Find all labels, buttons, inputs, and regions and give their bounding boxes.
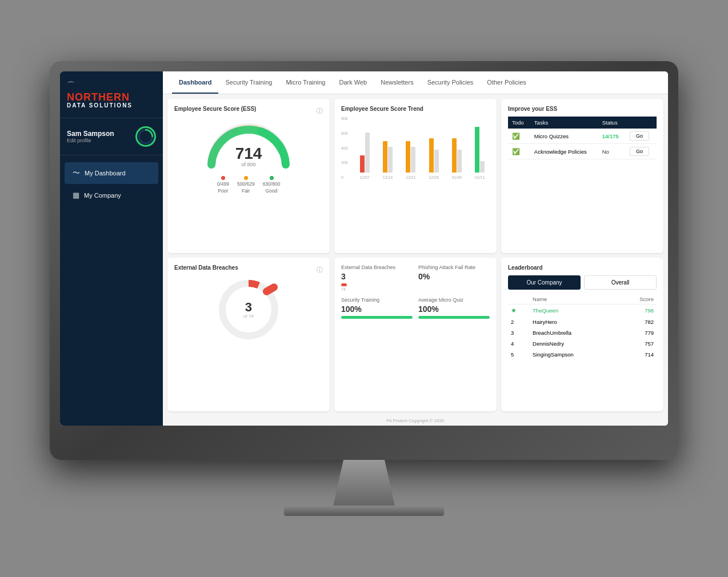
lb-tab-overall[interactable]: Overall	[584, 275, 657, 290]
tab-other-policies[interactable]: Other Policies	[480, 71, 533, 94]
bar-wrapper-0104	[452, 115, 462, 173]
player-name-3: BreachUmbrella	[530, 327, 619, 338]
status-micro-quizzes: 14/175	[598, 129, 626, 144]
legend-fair: 500/629 Fair	[237, 176, 255, 194]
improve-table: Todo Tasks Status ✅ Micro Quizzes	[508, 117, 657, 159]
legend-sub-good: Good	[266, 188, 278, 194]
table-row: 3 BreachUmbrella 779	[508, 327, 657, 338]
leaderboard-table: Name Score ★ TheQueen 798	[508, 294, 657, 360]
bar-label-1228: 12/28	[429, 175, 439, 179]
y-label-200: 200	[341, 161, 348, 165]
table-row: ✅ Micro Quizzes 14/175 Go	[508, 129, 657, 144]
trend-title: Employee Secure Score Trend	[341, 106, 490, 112]
rank-star-icon: ★	[511, 307, 517, 314]
sidebar-item-my-company[interactable]: ▦ My Company	[65, 185, 158, 205]
ess-info-icon[interactable]: ⓘ	[317, 107, 323, 115]
main-content: Dashboard Security Training Micro Traini…	[163, 71, 668, 426]
table-row: 2 HairyHero 782	[508, 316, 657, 327]
sidebar-item-my-dashboard[interactable]: 〜 My Dashboard	[65, 162, 158, 184]
tab-dark-web[interactable]: Dark Web	[332, 71, 374, 94]
tab-dashboard[interactable]: Dashboard	[172, 71, 218, 94]
footer-text: Pii Protect Copyright © 2020	[386, 418, 444, 423]
legend-label-poor: 0/499	[217, 181, 229, 187]
bar-group-1214: 12/14	[378, 115, 397, 179]
player-name-4: DennisNedry	[530, 338, 619, 349]
tab-security-training[interactable]: Security Training	[218, 71, 279, 94]
bar-orange-1221	[406, 141, 410, 173]
legend-dot-fair	[244, 176, 248, 180]
bar-group-1207: 12/07	[355, 115, 374, 179]
sidebar-item-label-dashboard: My Dashboard	[85, 170, 126, 177]
tab-security-policies[interactable]: Security Policies	[421, 71, 481, 94]
ess-score-of: of 800	[235, 162, 262, 167]
tab-micro-training[interactable]: Micro Training	[279, 71, 332, 94]
stat-value-breaches: 3	[341, 272, 413, 281]
breaches-card: External Data Breaches ⓘ 3	[167, 258, 330, 412]
stats-grid: External Data Breaches 3 74 Phishing Att…	[341, 265, 490, 319]
legend-sub-poor: Poor	[218, 188, 228, 194]
stat-label-phishing: Phishing Attack Fail Rate	[418, 265, 490, 270]
y-axis: 800 600 400 200 0	[341, 117, 348, 179]
table-row: ★ TheQueen 798	[508, 304, 657, 316]
stat-bar-training-bg	[341, 316, 413, 319]
stats-card: External Data Breaches 3 74 Phishing Att…	[334, 258, 497, 412]
logo-mountain-icon: ⌒	[67, 81, 156, 91]
bar-wrapper-1214	[383, 115, 393, 173]
sidebar-logo: ⌒ NORTHERN DATA SOLUTIONS	[60, 71, 163, 118]
bar-red-1207	[360, 155, 365, 173]
bar-wrapper-1207	[360, 115, 370, 173]
donut-center: 3 of 74	[243, 300, 254, 318]
bar-gray-1221	[411, 147, 415, 173]
bar-orange-0104	[452, 138, 457, 173]
stat-phishing: Phishing Attack Fail Rate 0%	[418, 265, 490, 291]
bar-group-1221: 12/21	[401, 115, 421, 179]
legend-dot-good	[270, 176, 274, 180]
legend-sub-fair: Fair	[242, 188, 250, 194]
player-score-3: 779	[619, 327, 657, 338]
donut-chart: 3 of 74	[214, 275, 283, 344]
user-info: Sam Sampson Edit profile	[67, 130, 130, 143]
stat-bar-breaches	[341, 283, 347, 286]
user-name: Sam Sampson	[67, 130, 130, 138]
bar-orange-1228	[429, 138, 434, 173]
sidebar-user: Sam Sampson Edit profile	[60, 118, 163, 155]
player-score-1: 798	[619, 304, 657, 316]
bar-label-0111: 01/11	[475, 175, 485, 179]
y-label-0: 0	[341, 175, 348, 179]
company-icon: ▦	[73, 191, 79, 199]
bar-group-0111: 01/11	[470, 115, 490, 179]
check-icon-2: ✅	[512, 148, 520, 155]
stat-max-breaches: 74	[341, 287, 413, 291]
go-button-micro-quizzes[interactable]: Go	[630, 131, 649, 141]
status-acknowledge-policies: No	[598, 144, 626, 159]
lb-tab-our-company[interactable]: Our Company	[508, 275, 581, 290]
dashboard-icon: 〜	[73, 168, 80, 178]
stat-label-quiz: Average Micro Quiz	[418, 297, 490, 303]
stat-value-training: 100%	[341, 304, 413, 314]
breach-of: of 74	[243, 313, 254, 318]
breaches-info-icon[interactable]: ⓘ	[317, 266, 323, 274]
ess-title: Employee Secure Score (ESS)	[174, 106, 256, 112]
legend-label-fair: 500/629	[237, 181, 255, 187]
user-score-circle	[135, 126, 156, 147]
bar-gray-1207	[365, 133, 370, 173]
table-row: 4 DennisNedry 757	[508, 338, 657, 349]
sidebar: ⌒ NORTHERN DATA SOLUTIONS Sam Sampson Ed…	[60, 71, 163, 426]
user-edit-link[interactable]: Edit profile	[67, 138, 130, 143]
stat-label-breaches: External Data Breaches	[341, 265, 413, 270]
y-label-800: 800	[341, 117, 348, 121]
ess-score-value: 714	[235, 146, 262, 162]
gauge-legend: 0/499 Poor 500/629 Fair 630/800	[217, 176, 281, 194]
stat-security-training: Security Training 100%	[341, 297, 413, 319]
tab-newsletters[interactable]: Newsletters	[374, 71, 420, 94]
top-nav: Dashboard Security Training Micro Traini…	[163, 71, 668, 94]
improve-ess-card: Improve your ESS Todo Tasks Status	[501, 99, 663, 253]
go-button-acknowledge-policies[interactable]: Go	[630, 147, 649, 156]
stat-bar-quiz-fill	[418, 316, 490, 319]
bar-gray-1214	[388, 147, 393, 173]
col-todo: Todo	[508, 117, 530, 129]
stat-bar-quiz-bg	[418, 316, 490, 319]
col-status: Status	[598, 117, 626, 129]
stat-value-quiz: 100%	[418, 304, 490, 314]
table-row: ✅ Acknowledge Policies No Go	[508, 144, 657, 159]
